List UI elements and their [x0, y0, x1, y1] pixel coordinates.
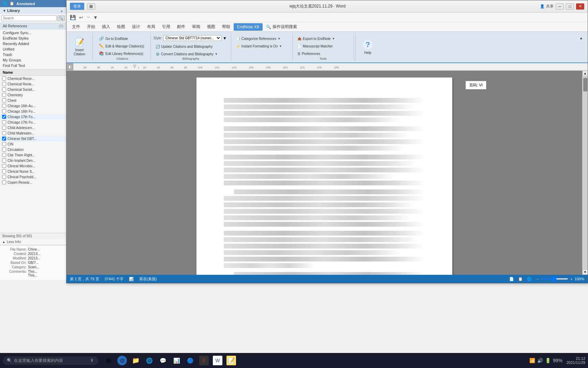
style-checkbox[interactable]	[2, 175, 6, 179]
style-item-checked[interactable]: Chicago 17th Fo...	[0, 114, 66, 119]
style-item[interactable]: Child Adolescen...	[0, 125, 66, 130]
style-checkbox[interactable]	[2, 180, 6, 184]
taskbar-chrome-icon[interactable]: 🔵	[186, 356, 195, 365]
style-item[interactable]: Chicago 16th Au...	[0, 103, 66, 109]
taskbar-search[interactable]: 🔍 在这里输入你要搜索的内容 🎙	[3, 356, 98, 365]
scroll-thumb[interactable]	[583, 78, 587, 91]
preferences-button[interactable]: ☰ Preferences	[295, 50, 337, 57]
taskbar-windows-icon[interactable]: ⊞	[104, 356, 113, 365]
style-checkbox[interactable]	[2, 126, 6, 130]
style-checkbox[interactable]	[2, 164, 6, 168]
style-checkbox[interactable]	[2, 153, 6, 157]
menu-references[interactable]: 引用	[159, 23, 174, 31]
style-item[interactable]: Chemical Societ...	[0, 87, 66, 92]
style-checkbox[interactable]	[2, 87, 6, 91]
manuscript-matcher-button[interactable]: 📄 Manuscript Matcher	[295, 43, 337, 49]
style-item[interactable]: Clinical Psychold...	[0, 174, 66, 180]
style-item[interactable]: Chicago 17th Fo...	[0, 119, 66, 125]
customize-quick-access-icon[interactable]: ▼	[92, 14, 99, 21]
less-info-button[interactable]: ▲ Less Info:	[0, 239, 66, 245]
export-endnote-button[interactable]: 📤 Export to EndNote ▼	[295, 35, 337, 42]
style-checkbox[interactable]	[2, 115, 6, 119]
close-button[interactable]: ✕	[576, 3, 584, 10]
search-button[interactable]: 🔍	[57, 15, 65, 21]
edit-library-ref-button[interactable]: 📚 Edit Library Reference(s)	[97, 50, 146, 57]
style-item[interactable]: CIN	[0, 141, 66, 147]
help-button[interactable]: ? Help	[358, 35, 377, 59]
go-to-endnote-button[interactable]: 🔗 Go to EndNote	[97, 35, 146, 42]
menu-design[interactable]: 设计	[129, 23, 144, 31]
unfiled-item[interactable]: Unfiled	[0, 46, 66, 52]
scroll-up-button[interactable]: ▲	[583, 71, 588, 76]
instant-formatting-button[interactable]: ⚡ Instant Formatting is On ▼	[234, 43, 284, 49]
taskbar-endnote-icon[interactable]: E	[199, 356, 209, 365]
style-checkbox[interactable]	[2, 158, 6, 162]
menu-review[interactable]: 审阅	[189, 23, 204, 31]
menu-search[interactable]: 🔍 操作说明搜索	[263, 23, 300, 31]
zoom-out-button[interactable]: －	[536, 277, 540, 282]
document-scroll[interactable]: 页码: VI	[67, 71, 582, 275]
taskbar-file-explorer-icon[interactable]: 📁	[131, 356, 141, 365]
style-item[interactable]: Chemical Revie...	[0, 81, 66, 87]
style-checkbox[interactable]	[2, 82, 6, 86]
insert-citation-button[interactable]: 📝 InsertCitation	[69, 34, 90, 60]
find-full-text-item[interactable]: Find Full Text	[0, 63, 66, 68]
style-checkbox[interactable]	[2, 98, 6, 102]
style-checkbox[interactable]	[2, 104, 6, 108]
style-checkbox-chinese[interactable]	[2, 137, 6, 141]
style-checkbox[interactable]	[2, 169, 6, 173]
save-quick-icon[interactable]: 💾	[69, 14, 76, 21]
configure-sync-item[interactable]: Configure Sync...	[0, 30, 66, 36]
taskbar-ie-icon[interactable]: 🌐	[145, 356, 154, 365]
style-item[interactable]: Chicago 16th Fo...	[0, 109, 66, 114]
print-view-icon[interactable]: 📋	[518, 277, 523, 281]
minimize-button[interactable]: ─	[556, 3, 564, 10]
taskbar-wechat-icon[interactable]: 💬	[158, 356, 168, 365]
recently-added-item[interactable]: Recently Added	[0, 41, 66, 46]
layout-view-button[interactable]: ⊞	[87, 3, 95, 10]
style-select[interactable]: Chinese Std GBT7714 (numer...	[163, 35, 221, 41]
convert-citations-button[interactable]: ⚙️ Convert Citations and Bibliography ▼	[153, 51, 227, 57]
style-checkbox[interactable]	[2, 93, 6, 97]
edit-manage-citation-button[interactable]: ✏️ Edit & Manage Citation(s)	[97, 43, 146, 49]
scroll-track[interactable]	[583, 76, 588, 269]
scroll-down-button[interactable]: ▼	[583, 269, 588, 275]
maximize-button[interactable]: □	[566, 3, 574, 10]
read-view-icon[interactable]: 📄	[509, 277, 514, 281]
style-item[interactable]: Chest	[0, 98, 66, 103]
menu-mail[interactable]: 邮件	[174, 23, 189, 31]
style-checkbox[interactable]	[2, 147, 6, 152]
taskbar-notes-icon[interactable]: 📝	[226, 356, 236, 365]
style-item[interactable]: Clinical Nurse S...	[0, 169, 66, 174]
redo-icon[interactable]: ↪	[86, 14, 90, 20]
style-item[interactable]: Cite Them Right...	[0, 152, 66, 158]
menu-endnote[interactable]: EndNote X9	[234, 23, 263, 31]
style-item-chinese-std[interactable]: Chinese Std GBT...	[0, 136, 66, 141]
style-item[interactable]: Clinical Microbio...	[0, 163, 66, 169]
menu-help[interactable]: 帮助	[219, 23, 234, 31]
style-item[interactable]: Clin Implant Den...	[0, 158, 66, 163]
web-view-icon[interactable]: 🌐	[527, 277, 532, 281]
menu-start[interactable]: 开始	[84, 23, 99, 31]
style-item[interactable]: Chemical Recor...	[0, 76, 66, 81]
menu-draw[interactable]: 绘图	[114, 23, 129, 31]
style-checkbox[interactable]	[2, 109, 6, 113]
categorize-references-button[interactable]: 📑 Categorize References ▼	[234, 35, 284, 42]
style-checkbox[interactable]	[2, 76, 6, 81]
taskbar-ppt-icon[interactable]: 📊	[172, 356, 181, 365]
menu-file[interactable]: 文件	[69, 23, 84, 31]
undo-icon[interactable]: ↩	[78, 14, 84, 21]
style-checkbox[interactable]	[2, 131, 6, 135]
my-groups-item[interactable]: My Groups	[0, 57, 66, 63]
style-item[interactable]: Child Maltreatm...	[0, 130, 66, 136]
all-references-bar[interactable]: All References (0)	[0, 23, 66, 29]
taskbar-cortana-icon[interactable]: ⊙	[117, 356, 127, 365]
collapse-ribbon-button[interactable]: ▲	[577, 34, 585, 41]
style-item[interactable]: Chemistry	[0, 92, 66, 98]
style-item[interactable]: Copen Resear...	[0, 180, 66, 185]
login-button[interactable]: 登录	[70, 3, 84, 10]
taskbar-word-icon[interactable]: W	[213, 356, 222, 365]
trash-item[interactable]: Trash	[0, 52, 66, 57]
update-citations-button[interactable]: 🔄 Update Citations and Bibliography	[153, 43, 227, 50]
menu-view[interactable]: 视图	[204, 23, 219, 31]
